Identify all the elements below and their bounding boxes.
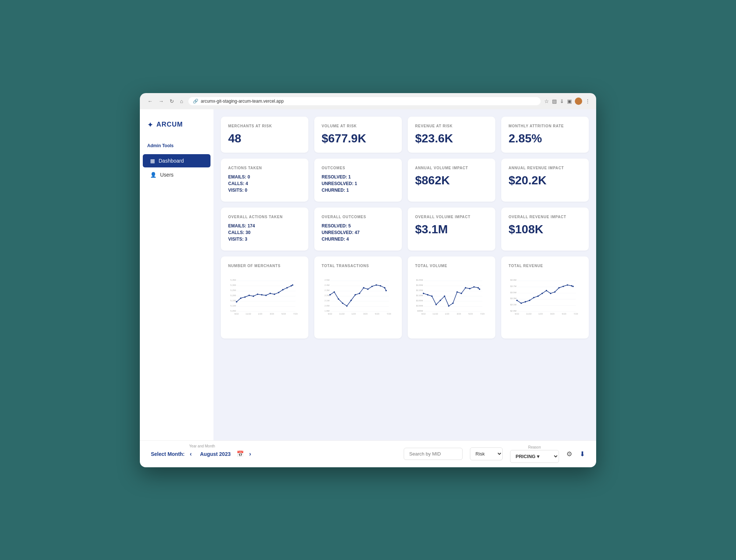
svg-text:$3.9M: $3.9M bbox=[510, 279, 516, 281]
svg-point-58 bbox=[342, 302, 343, 304]
stats-row-3: OVERALL ACTIONS TAKENEMAILS: 174CALLS: 3… bbox=[221, 208, 589, 251]
stat-label-overall-volume-impact: OVERALL VOLUME IMPACT bbox=[415, 215, 488, 219]
svg-point-56 bbox=[333, 291, 335, 293]
reload-button[interactable]: ↻ bbox=[168, 98, 176, 105]
svg-point-134 bbox=[563, 286, 564, 287]
extensions-icon[interactable]: ▨ bbox=[552, 98, 557, 104]
svg-text:$3.7M: $3.7M bbox=[510, 284, 516, 287]
sidebar-item-users[interactable]: 👤 Users bbox=[143, 168, 210, 181]
pip-icon[interactable]: ▣ bbox=[567, 98, 572, 104]
next-month-button[interactable]: › bbox=[247, 450, 253, 458]
chart-area-total-transactions: 2.5M 2.4M 2.3M 2.2M 2.1M 2.0M 1.9M 9/221… bbox=[322, 272, 394, 331]
svg-text:5,350: 5,350 bbox=[230, 279, 236, 281]
back-button[interactable]: ← bbox=[146, 98, 155, 105]
stat-card-volume-at-risk: VOLUME AT RISK $677.9K bbox=[314, 117, 402, 153]
home-button[interactable]: ⌂ bbox=[178, 98, 185, 105]
svg-text:$3.1M: $3.1M bbox=[510, 303, 516, 306]
svg-text:5/23: 5/23 bbox=[562, 312, 566, 315]
address-icon: 🔗 bbox=[193, 99, 198, 104]
svg-point-103 bbox=[477, 287, 479, 288]
svg-text:$100M: $100M bbox=[416, 304, 423, 306]
reason-label: Reason bbox=[510, 445, 559, 449]
stat-value-annual-revenue-impact: $20.2K bbox=[509, 174, 581, 187]
chart-area-total-volume: $125M $120M $115M $110M $105M $100M $95M… bbox=[415, 272, 488, 331]
chart-svg-total-revenue: $3.9M $3.7M $3.5M $3.3M $3.1M $2.9M 9/22… bbox=[509, 272, 581, 320]
svg-point-90 bbox=[423, 293, 424, 294]
stat-card-overall-revenue-impact: OVERALL REVENUE IMPACT $108K bbox=[501, 208, 589, 251]
chart-area-number-of-merchants: 5,350 5,300 5,250 5,200 5,150 5,100 5,05… bbox=[228, 272, 301, 331]
svg-point-137 bbox=[572, 286, 574, 287]
svg-text:2.2M: 2.2M bbox=[325, 294, 330, 297]
svg-point-21 bbox=[240, 297, 241, 299]
svg-text:2.3M: 2.3M bbox=[325, 289, 330, 291]
chart-card-total-volume: TOTAL VOLUME $125M $120M $115M $110M $10… bbox=[408, 256, 495, 339]
stat-label-overall-outcomes: OVERALL OUTCOMES bbox=[322, 215, 394, 219]
stat-card-annual-volume-impact: ANNUAL VOLUME IMPACT $862K bbox=[408, 159, 495, 202]
svg-text:1/23: 1/23 bbox=[538, 312, 543, 315]
stat-value-volume-at-risk: $677.9K bbox=[322, 132, 394, 145]
svg-text:3/23: 3/23 bbox=[270, 312, 274, 315]
svg-point-124 bbox=[520, 302, 522, 304]
bottom-bar: Year and Month Select Month: ‹ August 20… bbox=[140, 440, 596, 467]
svg-point-64 bbox=[367, 288, 369, 290]
risk-select[interactable]: Risk Low Medium High bbox=[470, 447, 503, 460]
svg-text:$2.9M: $2.9M bbox=[510, 309, 516, 312]
svg-point-133 bbox=[558, 287, 560, 288]
svg-point-65 bbox=[371, 286, 373, 287]
svg-point-69 bbox=[385, 290, 387, 291]
svg-point-132 bbox=[554, 291, 556, 293]
stat-label-annual-revenue-impact: ANNUAL REVENUE IMPACT bbox=[509, 166, 581, 170]
svg-point-101 bbox=[469, 288, 471, 289]
sidebar: ✦ ARCUM Admin Tools ▦ Dashboard 👤 Users bbox=[140, 109, 213, 440]
svg-point-27 bbox=[265, 294, 267, 296]
reason-select[interactable]: PRICING ▾ SERVICE COMPETITION OTHER bbox=[510, 450, 559, 463]
forward-button[interactable]: → bbox=[157, 98, 166, 105]
svg-point-33 bbox=[290, 285, 292, 286]
stat-label-overall-actions-taken: OVERALL ACTIONS TAKEN bbox=[228, 215, 301, 219]
search-mid-input[interactable] bbox=[404, 448, 463, 460]
svg-text:5/23: 5/23 bbox=[468, 312, 473, 315]
svg-text:5,050: 5,050 bbox=[230, 309, 236, 312]
settings-button[interactable]: ⚙ bbox=[566, 450, 572, 458]
svg-text:11/22: 11/22 bbox=[245, 312, 251, 315]
svg-point-94 bbox=[440, 300, 441, 301]
svg-point-60 bbox=[350, 300, 352, 301]
logo-icon: ✦ bbox=[147, 120, 153, 129]
svg-text:11/22: 11/22 bbox=[432, 312, 438, 315]
svg-point-26 bbox=[261, 294, 262, 295]
bookmark-icon[interactable]: ☆ bbox=[544, 98, 549, 104]
prev-month-button[interactable]: ‹ bbox=[188, 450, 194, 458]
download-browser-icon[interactable]: ⇓ bbox=[560, 98, 564, 104]
svg-point-130 bbox=[546, 290, 547, 291]
address-bar[interactable]: 🔗 arcumx-git-staging-arcum-team.vercel.a… bbox=[188, 97, 541, 105]
stat-card-revenue-at-risk: REVENUE AT RISK $23.6K bbox=[408, 117, 495, 153]
svg-point-95 bbox=[444, 295, 445, 297]
stat-label-outcomes: OUTCOMES bbox=[322, 166, 394, 170]
export-button[interactable]: ⬇ bbox=[580, 450, 585, 458]
stat-value-overall-volume-impact: $3.1M bbox=[415, 223, 488, 236]
svg-point-61 bbox=[354, 294, 356, 295]
svg-text:2.4M: 2.4M bbox=[325, 284, 330, 286]
calendar-icon[interactable]: 📅 bbox=[237, 450, 244, 457]
select-month-label: Select Month: bbox=[151, 451, 185, 457]
sidebar-item-dashboard[interactable]: ▦ Dashboard bbox=[143, 154, 210, 167]
action-item: EMAILS: 174 bbox=[228, 223, 301, 228]
svg-point-99 bbox=[461, 293, 462, 294]
svg-text:$115M: $115M bbox=[416, 289, 423, 291]
chart-card-number-of-merchants: NUMBER OF MERCHANTS 5,350 5,300 5,250 5,… bbox=[221, 256, 308, 339]
stat-card-annual-revenue-impact: ANNUAL REVENUE IMPACT $20.2K bbox=[501, 159, 589, 202]
action-item: CALLS: 30 bbox=[228, 230, 301, 235]
svg-text:11/22: 11/22 bbox=[526, 312, 532, 315]
svg-text:5,150: 5,150 bbox=[230, 299, 236, 301]
profile-icon[interactable] bbox=[575, 98, 582, 105]
svg-text:5,100: 5,100 bbox=[230, 304, 236, 306]
svg-text:11/22: 11/22 bbox=[339, 312, 345, 315]
logo: ✦ ARCUM bbox=[140, 117, 213, 140]
svg-point-25 bbox=[257, 293, 258, 295]
month-selector-section: Year and Month Select Month: ‹ August 20… bbox=[151, 450, 253, 458]
stats-row-2: ACTIONS TAKENEMAILS: 0CALLS: 4VISITS: 0O… bbox=[221, 159, 589, 202]
stat-value-monthly-attrition-rate: 2.85% bbox=[509, 132, 581, 145]
menu-icon[interactable]: ⋮ bbox=[585, 98, 590, 104]
browser-nav: ← → ↻ ⌂ bbox=[146, 98, 185, 105]
svg-point-59 bbox=[346, 305, 348, 306]
